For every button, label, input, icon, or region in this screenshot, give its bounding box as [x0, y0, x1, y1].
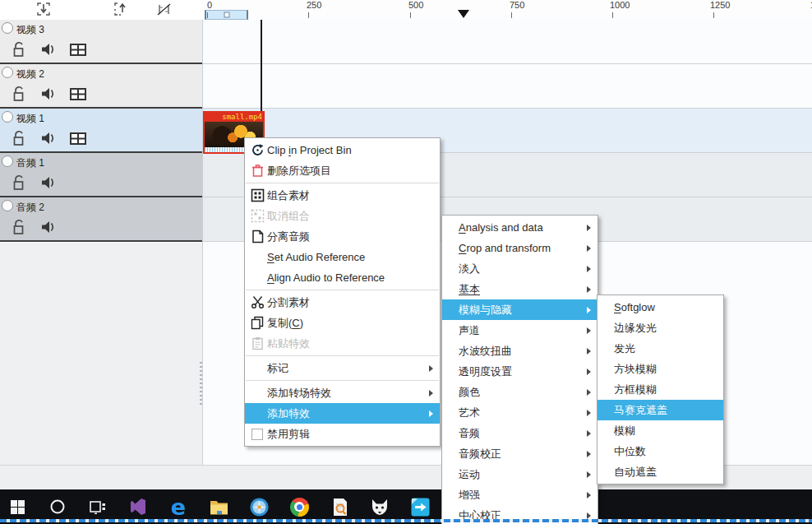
menu-item[interactable]: 声道 — [442, 320, 597, 341]
submenu-arrow-icon — [587, 286, 591, 293]
menu-item[interactable]: 模糊 — [597, 420, 723, 441]
track-header-audio-2[interactable]: 音频 2 — [0, 197, 202, 242]
scissors-icon — [247, 295, 267, 309]
menu-item-label: 音频校正 — [459, 447, 501, 461]
menu-item-label: 删除所选项目 — [267, 164, 331, 179]
submenu-arrow-icon — [429, 390, 433, 396]
menu-item[interactable]: 水波纹扭曲 — [442, 341, 597, 361]
speaker-icon[interactable] — [38, 129, 59, 147]
menu-item[interactable]: 方框模糊 — [597, 379, 723, 400]
lock-icon[interactable] — [8, 40, 30, 58]
snap-disabled-icon[interactable] — [155, 1, 173, 17]
film-icon[interactable] — [67, 85, 89, 103]
submenu-arrow-icon — [587, 225, 591, 231]
menu-item[interactable]: 增强 — [442, 485, 597, 505]
menu-item[interactable]: 方块模糊 — [597, 359, 723, 379]
speaker-icon[interactable] — [38, 218, 59, 236]
pane-splitter-handle[interactable] — [200, 362, 202, 405]
submenu-arrow-icon — [587, 327, 591, 334]
menu-item[interactable]: 分割素材 — [245, 292, 440, 313]
menu-item[interactable]: 边缘发光 — [597, 318, 723, 338]
overwrite-track-icon[interactable] — [35, 1, 53, 17]
submenu-arrow-icon — [587, 451, 591, 457]
menu-item-label: 透明度设置 — [459, 364, 512, 379]
submenu-arrow-icon — [587, 245, 591, 252]
track-current-radio[interactable] — [2, 67, 13, 78]
track-current-radio[interactable] — [2, 111, 13, 123]
track-current-radio[interactable] — [2, 155, 13, 167]
timeline-track-lane[interactable] — [203, 20, 812, 64]
menu-item[interactable]: 艺术 — [442, 402, 597, 423]
menu-item-label: 分割素材 — [267, 295, 310, 310]
menu-item-label: 增强 — [459, 488, 480, 503]
timeline-ruler[interactable]: 0250500750100012501500 — [202, 0, 812, 21]
menu-item[interactable]: 标记 — [245, 358, 440, 378]
speaker-icon[interactable] — [38, 174, 59, 192]
menu-item[interactable]: 添加转场特效 — [245, 383, 440, 403]
track-header-video-2[interactable]: 视频 2 — [0, 64, 202, 109]
ruler-tick — [612, 12, 613, 18]
menu-item-label: 方框模糊 — [614, 383, 657, 397]
submenu-arrow-icon — [587, 492, 591, 498]
ruler-tick — [410, 12, 411, 18]
menu-item[interactable]: Align Audio to Reference — [245, 267, 440, 288]
ruler-selection-range[interactable] — [205, 10, 248, 20]
track-current-radio[interactable] — [2, 200, 13, 211]
track-current-radio[interactable] — [2, 22, 13, 34]
menu-item[interactable]: 运动 — [442, 464, 597, 485]
menu-item-label: 水波纹扭曲 — [459, 344, 512, 359]
lock-icon[interactable] — [8, 218, 30, 236]
menu-item[interactable]: 中位数 — [597, 441, 723, 461]
ruler-label: 0 — [207, 0, 212, 10]
playhead-marker[interactable] — [458, 10, 469, 18]
menu-item[interactable]: 复制(C) — [245, 313, 440, 333]
film-icon[interactable] — [67, 129, 89, 147]
menu-item[interactable]: Set Audio Reference — [245, 247, 440, 267]
menu-item[interactable]: 发光 — [597, 338, 723, 359]
menu-item[interactable]: 自动遮盖 — [597, 461, 723, 482]
menu-item[interactable]: 禁用剪辑 — [245, 424, 440, 444]
film-icon[interactable] — [67, 40, 89, 58]
menu-item[interactable]: 音频 — [442, 423, 597, 443]
menu-item[interactable]: 淡入 — [442, 258, 597, 279]
trash-icon — [247, 164, 267, 178]
submenu-arrow-icon — [429, 365, 433, 372]
menu-item[interactable]: 颜色 — [442, 382, 597, 402]
menu-item[interactable]: Crop and transform — [442, 238, 597, 258]
copy-icon — [247, 316, 267, 330]
menu-item-label: Clip in Project Bin — [267, 144, 352, 156]
group-icon — [247, 188, 267, 202]
track-header-video-1[interactable]: 视频 1 — [0, 109, 202, 153]
menu-item[interactable]: 模糊与隐藏 — [442, 299, 597, 320]
menu-item-label: 自动遮盖 — [614, 465, 657, 480]
menu-item[interactable]: 删除所选项目 — [245, 160, 440, 181]
ruler-label: 250 — [307, 0, 321, 10]
menu-item[interactable]: 马赛克遮盖 — [597, 400, 723, 420]
menu-item[interactable]: Clip in Project Bin — [245, 140, 440, 160]
lift-track-icon[interactable] — [112, 1, 130, 17]
menu-item[interactable]: 组合素材 — [245, 185, 440, 206]
speaker-icon[interactable] — [38, 40, 59, 58]
track-header-video-3[interactable]: 视频 3 — [0, 20, 202, 64]
speaker-icon[interactable] — [38, 85, 59, 103]
menu-item-label: Crop and transform — [459, 242, 551, 254]
menu-item[interactable]: 分离音频 — [245, 226, 440, 247]
menu-item-label: 音频 — [459, 426, 480, 441]
ruler-tick — [207, 12, 208, 18]
menu-item[interactable]: 基本 — [442, 279, 597, 299]
menu-item[interactable]: 音频校正 — [442, 443, 597, 464]
selection-handle[interactable] — [224, 12, 229, 18]
lock-icon[interactable] — [8, 174, 30, 192]
lock-icon[interactable] — [8, 85, 30, 103]
menu-item[interactable]: Analysis and data — [442, 217, 597, 238]
lock-icon[interactable] — [8, 129, 30, 147]
menu-item-label: 艺术 — [459, 406, 480, 420]
menu-item[interactable]: 添加特效 — [245, 403, 440, 424]
menu-item[interactable]: Softglow — [597, 297, 723, 318]
track-header-audio-1[interactable]: 音频 1 — [0, 153, 202, 197]
submenu-arrow-icon — [587, 410, 591, 416]
blur-hide-submenu: Softglow边缘发光发光方块模糊方框模糊马赛克遮盖模糊中位数自动遮盖 — [597, 294, 724, 485]
timeline-track-lane[interactable] — [203, 64, 812, 109]
track-controls — [8, 85, 89, 103]
menu-item[interactable]: 透明度设置 — [442, 361, 597, 382]
